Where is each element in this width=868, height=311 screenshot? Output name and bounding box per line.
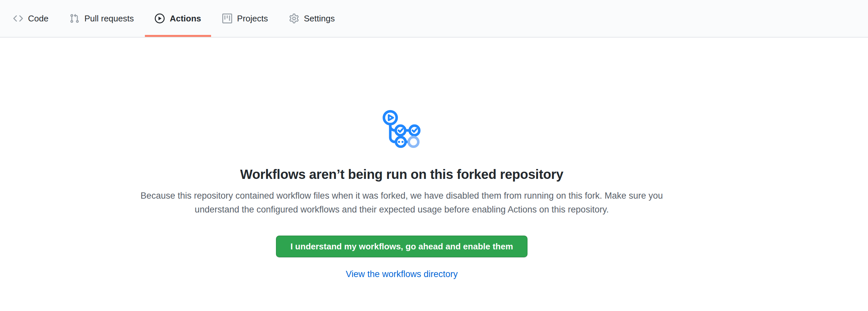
tab-pull-requests[interactable]: Pull requests — [60, 0, 144, 37]
git-pull-request-icon — [69, 13, 80, 23]
enable-button-row: I understand my workflows, go ahead and … — [132, 216, 672, 257]
view-workflows-directory-link[interactable]: View the workflows directory — [346, 269, 458, 279]
tab-projects-label: Projects — [237, 14, 268, 23]
tab-pull-requests-label: Pull requests — [84, 14, 134, 23]
tab-code-label: Code — [28, 14, 49, 23]
play-circle-icon — [155, 13, 165, 23]
project-board-icon — [222, 13, 232, 23]
tab-code[interactable]: Code — [3, 0, 58, 37]
tab-actions-label: Actions — [169, 14, 201, 23]
repo-tab-bar: Code Pull requests Actions Projects Sett… — [0, 0, 868, 37]
workflow-graph-icon — [383, 110, 421, 151]
actions-disabled-blankslate: Workflows aren’t being run on this forke… — [132, 37, 672, 279]
gear-icon — [289, 13, 299, 23]
tab-projects[interactable]: Projects — [212, 0, 278, 37]
tab-actions[interactable]: Actions — [145, 0, 211, 37]
tab-settings-label: Settings — [304, 14, 335, 23]
tab-settings[interactable]: Settings — [279, 0, 345, 37]
page-title: Workflows aren’t being run on this forke… — [132, 167, 672, 182]
code-icon — [13, 13, 23, 23]
blankslate-description: Because this repository contained workfl… — [138, 189, 665, 216]
workflows-link-row: View the workflows directory — [132, 269, 672, 279]
enable-workflows-button[interactable]: I understand my workflows, go ahead and … — [276, 236, 528, 257]
